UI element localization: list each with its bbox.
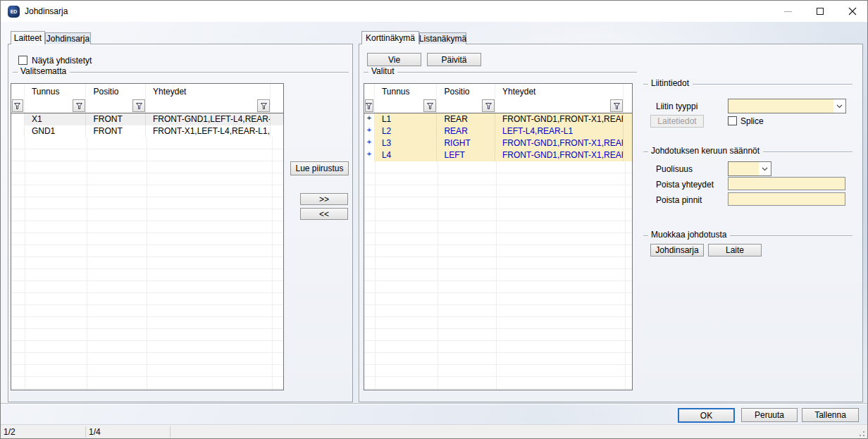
dialog-window: ED Johdinsarja Laitteet Johdinsarja Näyt… <box>0 0 868 439</box>
filter-icon <box>136 103 142 109</box>
filter-button[interactable] <box>482 99 495 112</box>
table-row[interactable]: + L2 REAR LEFT-L4,REAR-L1 <box>364 125 632 137</box>
expand-toggle[interactable]: + <box>364 113 375 125</box>
group-johdotuksen-keruun-saannot: Johdotuksen keruun säännöt <box>643 147 852 156</box>
expand-toggle[interactable]: + <box>364 137 375 149</box>
filter-row <box>364 99 632 113</box>
filter-selector[interactable] <box>11 99 25 113</box>
minimize-icon <box>784 11 792 12</box>
filter-icon <box>366 103 372 109</box>
table-row[interactable]: + L4 LEFT FRONT-GND1,FRONT-X1,REAR-... <box>364 149 632 161</box>
status-bar: 1/2 1/4 <box>1 424 867 439</box>
table-row[interactable]: GND1 FRONT FRONT-X1,LEFT-L4,REAR-L1,RI..… <box>11 125 283 137</box>
window-title: Johdinsarja <box>25 1 68 22</box>
show-connected-label: Näytä yhdistetyt <box>32 56 92 66</box>
table-row[interactable]: + L3 RIGHT FRONT-GND1,FRONT-X1,REAR-... <box>364 137 632 149</box>
table-header: Tunnus Positio Yhteydet <box>11 84 283 99</box>
remove-connections-label: Poista yhteydet <box>656 180 714 190</box>
status-cell-1: 1/2 <box>4 427 16 437</box>
cancel-button[interactable]: Peruuta <box>741 408 798 422</box>
minimize-button[interactable] <box>771 1 804 22</box>
splice-checkbox[interactable] <box>728 116 737 125</box>
filter-button[interactable] <box>12 99 23 112</box>
filter-selector[interactable] <box>364 99 375 113</box>
sidedness-label: Puolisuus <box>656 164 693 174</box>
close-button[interactable] <box>836 1 868 22</box>
device-button[interactable]: Laite <box>708 244 762 256</box>
filter-row <box>11 99 283 113</box>
read-drawing-button[interactable]: Lue piirustus <box>290 161 349 175</box>
expand-toggle[interactable]: + <box>364 125 375 137</box>
tab-korttinakyma[interactable]: Korttinäkymä <box>361 31 419 44</box>
filter-icon <box>261 103 267 109</box>
filter-input-tunnus[interactable] <box>375 99 438 113</box>
header-yhteydet[interactable]: Yhteydet <box>495 84 624 99</box>
combo-drop-button[interactable] <box>759 162 771 175</box>
filter-button[interactable] <box>132 99 145 112</box>
remove-pins-input[interactable] <box>728 192 845 206</box>
filter-icon <box>76 103 82 109</box>
filter-input-positio[interactable] <box>437 99 495 113</box>
tab-johdinsarja[interactable]: Johdinsarja <box>45 32 91 44</box>
refresh-button[interactable]: Päivitä <box>427 53 481 66</box>
filter-icon <box>14 103 20 109</box>
group-liitintiedot: Liitintiedot <box>643 80 852 89</box>
expand-toggle[interactable]: + <box>364 149 375 161</box>
filter-button[interactable] <box>73 99 85 112</box>
header-tunnus[interactable]: Tunnus <box>375 84 438 99</box>
tab-listanakyma[interactable]: Listanäkymä <box>419 32 466 44</box>
filter-button[interactable] <box>423 99 436 112</box>
remove-pins-label: Poista pinnit <box>656 195 702 205</box>
table-row[interactable]: + L1 REAR FRONT-GND1,FRONT-X1,REAR-... <box>364 113 632 125</box>
app-icon: ED <box>8 6 20 18</box>
harness-button[interactable]: Johdinsarja <box>650 244 704 256</box>
table-body: X1 FRONT FRONT-GND1,LEFT-L4,REAR-L1... G… <box>11 113 283 390</box>
tab-laitteet[interactable]: Laitteet <box>11 31 45 44</box>
sidedness-combobox[interactable] <box>728 161 771 176</box>
header-selector[interactable] <box>11 84 25 99</box>
table-body: + L1 REAR FRONT-GND1,FRONT-X1,REAR-... +… <box>364 113 632 390</box>
move-left-button[interactable]: << <box>300 208 348 220</box>
terminal-type-label: Liitin tyyppi <box>656 101 698 111</box>
filter-button[interactable] <box>610 99 623 112</box>
header-positio[interactable]: Positio <box>437 84 495 99</box>
splice-label: Splice <box>740 116 764 126</box>
move-right-button[interactable]: >> <box>300 193 348 205</box>
title-bar[interactable]: ED Johdinsarja <box>1 1 867 22</box>
group-valitsematta: Valitsematta <box>13 68 349 77</box>
table-row[interactable]: X1 FRONT FRONT-GND1,LEFT-L4,REAR-L1... <box>11 113 283 125</box>
header-positio[interactable]: Positio <box>86 84 146 99</box>
filter-icon <box>614 103 620 109</box>
terminal-type-combobox[interactable] <box>728 99 846 113</box>
close-icon <box>848 7 857 16</box>
device-info-button: Laitetiedot <box>650 115 704 128</box>
show-connected-checkbox[interactable] <box>18 56 27 65</box>
selected-table: Tunnus Positio Yhteydet <box>364 83 633 390</box>
save-button[interactable]: Tallenna <box>802 408 859 422</box>
group-valitut: Valitut <box>364 68 637 77</box>
export-button[interactable]: Vie <box>367 53 421 66</box>
filter-input-yhteydet[interactable] <box>146 99 271 113</box>
remove-connections-input[interactable] <box>728 177 845 190</box>
table-header: Tunnus Positio Yhteydet <box>364 84 632 99</box>
combo-drop-button[interactable] <box>833 99 845 113</box>
group-muokkaa-johdotusta: Muokkaa johdotusta <box>643 231 852 240</box>
unselected-table: Tunnus Positio Yhteydet <box>11 83 284 390</box>
header-selector[interactable] <box>364 84 375 99</box>
filter-button[interactable] <box>365 99 373 112</box>
resize-grip[interactable] <box>858 430 865 437</box>
filter-input-positio[interactable] <box>86 99 146 113</box>
filter-input-tunnus[interactable] <box>25 99 87 113</box>
filter-icon <box>485 103 492 109</box>
chevron-down-icon <box>762 167 768 171</box>
status-cell-2: 1/4 <box>89 427 101 437</box>
filter-icon <box>427 103 433 109</box>
chevron-down-icon <box>836 104 843 109</box>
ok-button[interactable]: OK <box>678 408 735 423</box>
filter-input-yhteydet[interactable] <box>495 99 624 113</box>
maximize-icon <box>817 8 824 15</box>
filter-button[interactable] <box>257 99 270 112</box>
header-yhteydet[interactable]: Yhteydet <box>146 84 271 99</box>
maximize-button[interactable] <box>804 1 836 22</box>
header-tunnus[interactable]: Tunnus <box>25 84 87 99</box>
